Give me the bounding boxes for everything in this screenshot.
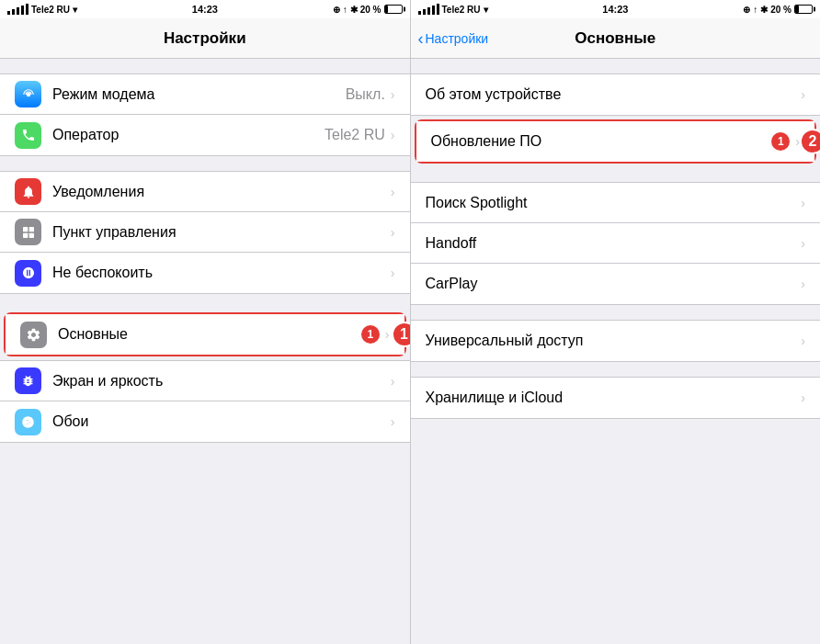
- update-label: Обновление ПО: [431, 133, 772, 150]
- wifi-icon: ▾: [73, 5, 77, 15]
- right-gap1: [411, 59, 821, 73]
- phone-chevron: ›: [391, 128, 395, 142]
- general-icon: [20, 322, 47, 348]
- control-label: Пункт управления: [52, 224, 391, 241]
- right-gap4: [411, 305, 821, 320]
- carrier-label: Tele2 RU: [31, 5, 70, 15]
- step-badge-2: 2: [800, 129, 820, 154]
- left-list-container: Режим модема Выкл. › Оператор Tele2 RU ›…: [0, 59, 410, 644]
- left-row-dnd[interactable]: Не беспокоить ›: [0, 253, 410, 293]
- right-carrier-label: Tele2 RU: [442, 5, 481, 15]
- svg-point-0: [26, 92, 30, 96]
- dnd-icon: [15, 260, 41, 287]
- wallpaper-chevron: ›: [391, 414, 395, 429]
- hotspot-value: Выкл.: [346, 86, 385, 103]
- left-group-2: Уведомления › Пункт управления › Не бесп…: [0, 171, 410, 294]
- right-gap3: [411, 167, 821, 182]
- back-label: Настройки: [426, 31, 489, 46]
- general-highlight-box: Основные 1 › 1: [4, 312, 406, 356]
- right-row-about[interactable]: Об этом устройстве ›: [411, 74, 821, 115]
- right-signal-icon: [418, 4, 439, 15]
- update-highlighted-wrapper: Обновление ПО 1 › 2: [411, 116, 821, 167]
- update-highlight-box: Обновление ПО 1 › 2: [415, 119, 817, 164]
- left-time: 14:23: [192, 4, 218, 15]
- hotspot-chevron: ›: [391, 87, 395, 102]
- handoff-label: Handoff: [426, 235, 802, 252]
- arrow-icon: ↑: [343, 5, 347, 15]
- handoff-chevron: ›: [801, 236, 805, 251]
- bluetooth-icon: ✱: [350, 5, 358, 15]
- display-label: Экран и яркость: [52, 373, 391, 390]
- update-badge: 1: [771, 132, 790, 151]
- right-battery-label: 20 %: [770, 5, 792, 15]
- right-row-accessibility[interactable]: Универсальный доступ ›: [411, 321, 821, 361]
- location-icon: ⊕: [333, 5, 340, 15]
- display-group: Экран и яркость › Обои ›: [0, 360, 410, 443]
- right-phone-panel: Tele2 RU ▾ 14:23 ⊕ ↑ ✱ 20 % ‹ Настройки …: [411, 0, 821, 644]
- left-phone-panel: Tele2 RU ▾ 14:23 ⊕ ↑ ✱ 20 % Настройки Ре…: [0, 0, 410, 644]
- general-highlighted-wrapper: Основные 1 › 1: [0, 312, 410, 356]
- right-group-about: Об этом устройстве ›: [411, 73, 821, 116]
- control-icon: [15, 219, 41, 245]
- right-row-icloud[interactable]: Хранилище и iCloud ›: [411, 378, 821, 418]
- right-gap5: [411, 362, 821, 377]
- notifications-label: Уведомления: [52, 184, 391, 200]
- gap1: [0, 59, 410, 73]
- left-row-control[interactable]: Пункт управления ›: [0, 212, 410, 253]
- dnd-chevron: ›: [391, 266, 395, 280]
- right-status-bar: Tele2 RU ▾ 14:23 ⊕ ↑ ✱ 20 %: [411, 0, 821, 18]
- phone-value: Tele2 RU: [325, 127, 385, 143]
- notifications-chevron: ›: [391, 185, 395, 199]
- general-chevron: ›: [385, 327, 390, 342]
- left-row-phone[interactable]: Оператор Tele2 RU ›: [0, 115, 410, 155]
- icloud-label: Хранилище и iCloud: [426, 390, 802, 406]
- left-row-wallpaper[interactable]: Обои ›: [0, 401, 410, 442]
- right-group-icloud: Хранилище и iCloud ›: [411, 377, 821, 419]
- right-bluetooth-icon: ✱: [760, 5, 768, 15]
- left-status-bar: Tele2 RU ▾ 14:23 ⊕ ↑ ✱ 20 %: [0, 0, 410, 18]
- right-row-spotlight[interactable]: Поиск Spotlight ›: [411, 183, 821, 223]
- back-button[interactable]: ‹ Настройки: [418, 30, 489, 47]
- display-icon: [15, 367, 41, 394]
- right-page-title: Основные: [575, 29, 655, 48]
- carplay-label: CarPlay: [426, 276, 802, 292]
- general-label: Основные: [58, 326, 361, 343]
- icloud-chevron: ›: [801, 390, 805, 405]
- right-row-handoff[interactable]: Handoff ›: [411, 223, 821, 264]
- right-row-carplay[interactable]: CarPlay ›: [411, 264, 821, 304]
- left-row-display[interactable]: Экран и яркость ›: [0, 361, 410, 401]
- left-row-hotspot[interactable]: Режим модема Выкл. ›: [0, 74, 410, 115]
- dnd-label: Не беспокоить: [52, 265, 391, 281]
- signal-icon: [7, 4, 28, 15]
- about-label: Об этом устройстве: [426, 86, 802, 103]
- right-title-text: Основные: [575, 29, 655, 47]
- right-location-icon: ⊕: [743, 5, 750, 15]
- svg-rect-2: [28, 227, 33, 232]
- phone-icon: [15, 122, 41, 149]
- right-nav-bar: ‹ Настройки Основные: [411, 18, 821, 59]
- gap2: [0, 156, 410, 171]
- svg-rect-1: [23, 227, 28, 232]
- right-arrow-icon: ↑: [753, 5, 757, 15]
- left-page-title: Настройки: [164, 29, 246, 48]
- right-list-container: Об этом устройстве › Обновление ПО 1 › 2…: [411, 59, 821, 644]
- control-chevron: ›: [391, 225, 395, 240]
- step-badge-1: 1: [392, 322, 410, 347]
- battery-label: 20 %: [360, 5, 382, 15]
- left-nav-bar: Настройки: [0, 18, 410, 59]
- battery-icon: [384, 5, 403, 14]
- right-row-update[interactable]: Обновление ПО 1 ›: [416, 121, 815, 162]
- spotlight-label: Поиск Spotlight: [426, 195, 802, 211]
- right-group-accessibility: Универсальный доступ ›: [411, 320, 821, 362]
- accessibility-chevron: ›: [801, 333, 805, 348]
- spotlight-chevron: ›: [801, 196, 805, 210]
- right-battery-icon: [794, 5, 813, 14]
- left-row-general[interactable]: Основные 1 ›: [6, 314, 404, 355]
- about-chevron: ›: [801, 87, 805, 102]
- left-status-right: ⊕ ↑ ✱ 20 %: [333, 5, 403, 15]
- right-status-left: Tele2 RU ▾: [418, 4, 488, 15]
- left-row-notifications[interactable]: Уведомления ›: [0, 172, 410, 212]
- right-wifi-icon: ▾: [484, 5, 488, 15]
- svg-rect-3: [23, 232, 28, 237]
- left-group-1: Режим модема Выкл. › Оператор Tele2 RU ›: [0, 73, 410, 156]
